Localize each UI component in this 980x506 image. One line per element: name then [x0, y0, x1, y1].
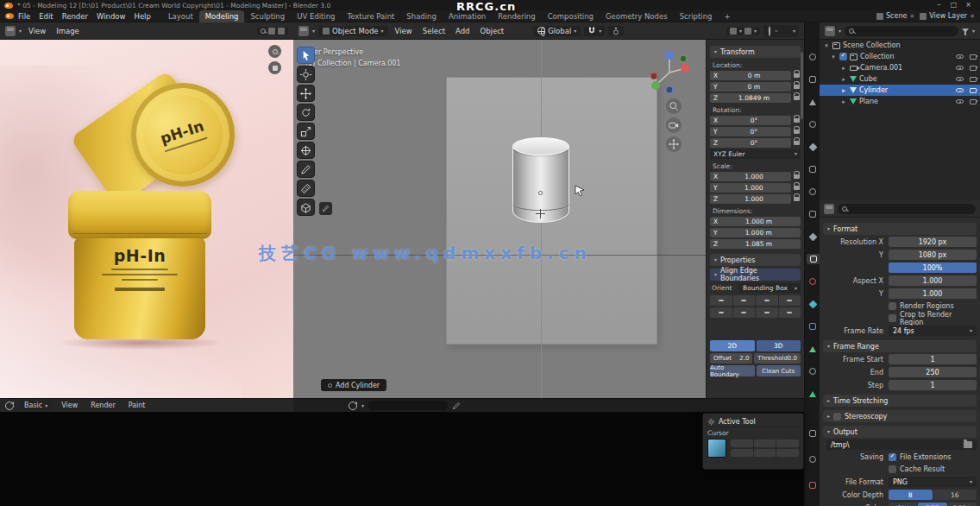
- image-menu-image[interactable]: Image: [53, 27, 83, 35]
- outliner-row-plane[interactable]: ▸ Plane: [820, 96, 980, 107]
- props-tab-icon[interactable]: [807, 276, 818, 287]
- stereoscopy-panel-header[interactable]: ▸ Stereoscopy: [823, 410, 977, 422]
- tool-option-segment[interactable]: [756, 307, 778, 318]
- render-regions-checkbox[interactable]: [889, 302, 896, 310]
- filter-caret-icon[interactable]: ▾: [972, 28, 975, 34]
- shading-wireframe-button[interactable]: [767, 26, 772, 36]
- props-tab-icon[interactable]: [807, 366, 818, 376]
- add-workspace-button[interactable]: +: [718, 10, 736, 22]
- lock-icon[interactable]: [794, 96, 800, 100]
- disable-render-icon[interactable]: [970, 88, 977, 93]
- location-z-field[interactable]: Z1.0849 m: [710, 93, 791, 103]
- outliner-row-collection[interactable]: ▾ Collection: [820, 51, 980, 62]
- move-tool[interactable]: [297, 85, 315, 102]
- outliner-row-cube[interactable]: ▸ Cube: [820, 73, 980, 85]
- editor-type-caret-icon[interactable]: ▾: [19, 28, 22, 34]
- footer-caret-icon[interactable]: ▾: [361, 403, 364, 408]
- collection-checkbox[interactable]: [839, 53, 847, 60]
- frame-start-field[interactable]: 1: [889, 354, 977, 364]
- reference-zoom-button[interactable]: [268, 45, 281, 58]
- color-rgb-button[interactable]: RGB: [918, 503, 946, 506]
- outliner-editor-type-icon[interactable]: [825, 26, 835, 36]
- measure-tool[interactable]: [297, 180, 315, 197]
- frame-step-field[interactable]: 1: [889, 380, 977, 390]
- tab-geometry-nodes[interactable]: Geometry Nodes: [600, 10, 674, 22]
- shading-rendered-button[interactable]: [787, 30, 790, 32]
- viewport-editor-type-icon[interactable]: [298, 26, 309, 36]
- color-rgba-button[interactable]: RGBA: [948, 503, 977, 506]
- shading-caret-icon[interactable]: ▾: [793, 28, 795, 34]
- expand-caret-icon[interactable]: ▾: [823, 42, 830, 49]
- tool-option-segment[interactable]: [756, 295, 778, 306]
- viewport-menu-add[interactable]: Add: [452, 27, 473, 35]
- hide-viewport-icon[interactable]: [956, 77, 964, 81]
- tab-texture-paint[interactable]: Texture Paint: [342, 10, 401, 22]
- props-tab-icon[interactable]: [807, 299, 818, 309]
- props-tab-icon[interactable]: [807, 74, 818, 85]
- 3d-viewport[interactable]: User Perspective (1) Collection | Camera…: [293, 40, 706, 398]
- active-tool-header[interactable]: Active Tool: [707, 416, 799, 427]
- aspect-y-field[interactable]: 1.000: [889, 288, 977, 299]
- outliner-row-camera[interactable]: ▸ Camera.001: [820, 62, 980, 73]
- maximize-button[interactable]: □: [946, 0, 961, 10]
- offset-field[interactable]: Offset2.0: [710, 353, 752, 364]
- rotation-x-field[interactable]: X0°: [710, 116, 791, 125]
- expand-caret-icon[interactable]: ▾: [830, 54, 837, 60]
- select-box-tool[interactable]: [297, 47, 315, 64]
- tool-option-segment[interactable]: [733, 307, 756, 318]
- lock-icon[interactable]: [794, 85, 800, 89]
- disable-render-icon[interactable]: [970, 99, 977, 104]
- overlays-caret-icon[interactable]: ▾: [754, 28, 757, 34]
- props-tab-icon[interactable]: [807, 52, 818, 62]
- camera-view-button[interactable]: [666, 117, 682, 133]
- rotation-mode-dropdown[interactable]: XYZ Euler▾: [710, 149, 801, 159]
- properties-editor-type-icon[interactable]: [824, 204, 834, 214]
- footer-menu-paint[interactable]: Paint: [125, 402, 149, 409]
- dimensions-z-field[interactable]: Z1.085 m: [710, 239, 801, 249]
- tool-option-segment[interactable]: [710, 307, 732, 318]
- proportional-editing-toggle[interactable]: [608, 26, 624, 36]
- props-tab-icon[interactable]: [807, 480, 818, 490]
- menu-file[interactable]: File: [14, 10, 35, 22]
- props-tab-icon[interactable]: [807, 187, 818, 197]
- hide-viewport-icon[interactable]: [956, 99, 964, 104]
- gizmo-caret-icon[interactable]: ▾: [739, 28, 742, 34]
- rotation-z-field[interactable]: Z0°: [710, 138, 791, 148]
- expand-caret-icon[interactable]: ▸: [840, 87, 847, 94]
- scene-unlink-icon[interactable]: ✕: [909, 13, 914, 20]
- footer-menu-view[interactable]: View: [58, 402, 81, 409]
- viewport-menu-select[interactable]: Select: [419, 27, 449, 35]
- resolution-y-field[interactable]: 1080 px: [889, 250, 977, 260]
- props-tab-icon[interactable]: [807, 321, 818, 332]
- color-bw-button[interactable]: BW: [889, 503, 917, 506]
- scale-x-field[interactable]: X1.000: [710, 172, 791, 181]
- scale-z-field[interactable]: Z1.000: [710, 194, 791, 204]
- cursor-tool[interactable]: [297, 66, 315, 83]
- viewport-menu-object[interactable]: Object: [476, 27, 507, 35]
- editor-type-icon[interactable]: [5, 26, 16, 36]
- properties-search-input[interactable]: [838, 204, 976, 214]
- time-stretching-panel-header[interactable]: ▸ Time Stretching: [823, 395, 977, 407]
- outliner-row-cylinder-selected[interactable]: ▸ Cylinder: [820, 85, 980, 96]
- mode-dropdown[interactable]: Object Mode ▾: [318, 26, 388, 36]
- file-extensions-checkbox[interactable]: [889, 453, 896, 461]
- props-tab-output-active[interactable]: [807, 254, 820, 264]
- props-tab-icon[interactable]: [807, 454, 818, 465]
- props-tab-icon[interactable]: [807, 142, 818, 152]
- sidebar-scrollbar[interactable]: [801, 52, 803, 119]
- scale-tool[interactable]: [297, 123, 315, 140]
- overlay-icon[interactable]: [278, 28, 285, 35]
- location-y-field[interactable]: Y0 m: [710, 82, 791, 92]
- stereoscopy-checkbox[interactable]: [833, 413, 841, 421]
- scene-selector[interactable]: Scene ✕: [876, 12, 914, 20]
- orient-dropdown[interactable]: Bounding Box▾: [739, 283, 801, 293]
- cylinder-top-face[interactable]: [512, 137, 569, 155]
- frame-end-field[interactable]: 250: [889, 367, 977, 377]
- transform-panel-header[interactable]: ▾ Transform: [710, 46, 801, 58]
- tool-option-segment[interactable]: [779, 307, 801, 318]
- close-button[interactable]: ×: [961, 0, 976, 10]
- outliner-editor-caret-icon[interactable]: ▾: [839, 28, 841, 34]
- hide-viewport-icon[interactable]: [956, 88, 964, 92]
- crop-region-checkbox[interactable]: [889, 314, 896, 322]
- rotate-tool[interactable]: [297, 104, 315, 121]
